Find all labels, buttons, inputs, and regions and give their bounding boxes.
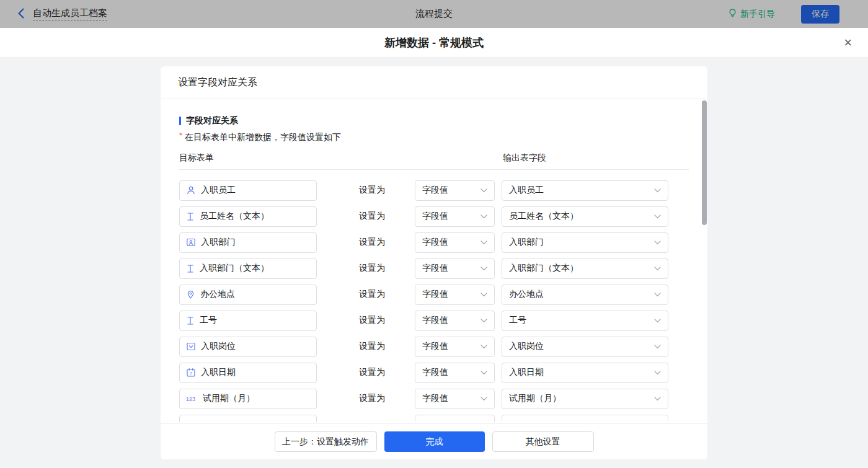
target-field-label: 入职员工 [201,185,236,196]
target-field-input[interactable]: 工号 [179,311,317,331]
chevron-down-icon [654,241,661,245]
output-field-select-value: 入职日期 [509,367,544,378]
output-field-select[interactable]: 入职员工 [502,180,668,201]
operator-select-value: 字段值 [422,289,448,300]
set-as-label: 设置为 [358,315,386,326]
chevron-down-icon [654,267,661,271]
operator-select[interactable]: 字段值 [415,389,495,409]
text-icon [186,264,195,273]
field-mapping-row: 123试用期（月）设置为字段值试用期（月） [179,386,707,412]
set-as-label: 设置为 [358,393,386,404]
field-mapping-row: 工号设置为字段值工号 [179,307,707,333]
chevron-down-icon [654,397,661,401]
target-field-label: 试用期（月） [203,393,255,404]
chevron-down-icon [480,345,487,349]
output-field-select-value: 工号 [509,315,526,326]
operator-select[interactable]: 字段值 [415,206,495,227]
target-field-input[interactable]: 7入职日期 [179,363,317,383]
target-field-label: 工号 [200,315,217,326]
chevron-down-icon [654,319,661,323]
target-field-input[interactable]: 入职岗位 [179,337,317,357]
required-asterisk: * [179,131,182,140]
operator-select[interactable]: 字段值 [415,337,495,357]
set-as-label: 设置为 [358,237,386,248]
field-mapping-row: 入职员工设置为字段值入职员工 [179,177,707,203]
modal-title: 新增数据 - 常规模式 [384,35,484,50]
target-field-label: 入职日期 [201,367,236,378]
prev-step-button[interactable]: 上一步：设置触发动作 [275,431,377,452]
field-mapping-row: 员工姓名（文本）设置为字段值员工姓名（文本） [179,203,707,229]
operator-select[interactable]: 字段值 [415,232,495,253]
output-field-select[interactable]: 入职部门（文本） [502,258,668,279]
field-mapping-card: 设置字段对应关系 字段对应关系 * 在目标表单中新增数据，字段值设置如下 目标表… [161,66,707,459]
operator-select[interactable]: 字段值 [415,258,495,279]
output-field-select-value: 员工姓名（文本） [509,211,578,222]
svg-text:7: 7 [190,371,192,376]
field-mapping-list: 入职员工设置为字段值入职员工员工姓名（文本）设置为字段值员工姓名（文本）入职部门… [179,177,707,422]
output-field-select[interactable]: 员工姓名（文本） [502,206,668,227]
target-field-label: 入职部门 [201,237,236,248]
modal-body: 设置字段对应关系 字段对应关系 * 在目标表单中新增数据，字段值设置如下 目标表… [0,58,868,468]
target-field-input[interactable]: 入职部门（文本） [179,258,317,279]
target-field-label: 入职部门（文本） [200,263,269,274]
chevron-down-icon [654,214,661,219]
column-header-divider [179,169,689,170]
target-field-label: 员工姓名（文本） [200,211,269,222]
output-field-select[interactable]: 工号 [502,311,668,331]
field-mapping-row: 入职部门设置为字段值入职部门 [179,229,707,255]
chevron-down-icon [654,293,661,297]
chevron-down-icon [480,397,487,401]
operator-select[interactable] [415,415,495,423]
set-as-label: 设置为 [358,289,386,300]
output-field-select[interactable]: 入职岗位 [502,337,668,357]
scrollbar-thumb[interactable] [702,100,707,225]
set-as-label: 设置为 [358,185,386,196]
operator-select[interactable]: 字段值 [415,363,495,383]
operator-select-value: 字段值 [422,185,448,196]
chevron-down-icon [480,293,487,297]
chevron-down-icon [480,241,487,245]
operator-select[interactable]: 字段值 [415,285,495,305]
set-as-label: 设置为 [358,211,386,222]
target-field-input[interactable]: 办公地点 [179,285,317,305]
operator-select-value: 字段值 [422,367,448,378]
close-icon[interactable]: × [844,36,852,50]
chevron-down-icon [480,188,487,193]
column-header-output: 输出表字段 [503,152,546,164]
section-accent-bar [179,117,181,125]
field-mapping-row: 入职岗位设置为字段值入职岗位 [179,333,707,360]
operator-select-value: 字段值 [422,263,448,274]
target-field-input[interactable]: 入职员工 [179,180,317,201]
operator-select[interactable]: 字段值 [415,180,495,201]
output-field-select-value: 办公地点 [509,289,544,300]
operator-select-value: 字段值 [422,237,448,248]
section-description: 在目标表单中新增数据，字段值设置如下 [185,132,341,143]
done-button[interactable]: 完成 [384,431,485,452]
target-field-input[interactable]: 入职部门 [179,232,317,253]
operator-select[interactable]: 字段值 [415,311,495,331]
add-data-modal: 新增数据 - 常规模式 × 设置字段对应关系 字段对应关系 * 在目标表单中新增… [0,28,868,468]
select-icon [186,342,196,351]
chevron-down-icon [480,319,487,323]
target-field-input[interactable] [179,415,317,423]
user-icon [186,185,196,195]
other-settings-button[interactable]: 其他设置 [492,431,594,452]
text-icon [186,316,195,325]
target-field-input[interactable]: 员工姓名（文本） [179,206,317,227]
number-icon: 123 [186,395,198,402]
field-mapping-row: 7入职日期设置为字段值入职日期 [179,360,707,386]
output-field-select[interactable]: 入职部门 [502,232,668,253]
target-field-input[interactable]: 123试用期（月） [179,389,317,409]
output-field-select-value: 入职部门（文本） [509,263,578,274]
operator-select-value: 字段值 [422,341,448,352]
field-mapping-row: 入职部门（文本）设置为字段值入职部门（文本） [179,255,707,281]
calendar-icon: 7 [186,368,196,377]
output-field-select[interactable] [502,415,668,423]
operator-select-value: 字段值 [422,315,448,326]
output-field-select[interactable]: 入职日期 [502,363,668,383]
output-field-select[interactable]: 试用期（月） [502,389,668,409]
department-icon [186,237,196,247]
field-mapping-row [179,412,707,422]
output-field-select[interactable]: 办公地点 [502,285,668,305]
svg-text:123: 123 [186,396,195,402]
